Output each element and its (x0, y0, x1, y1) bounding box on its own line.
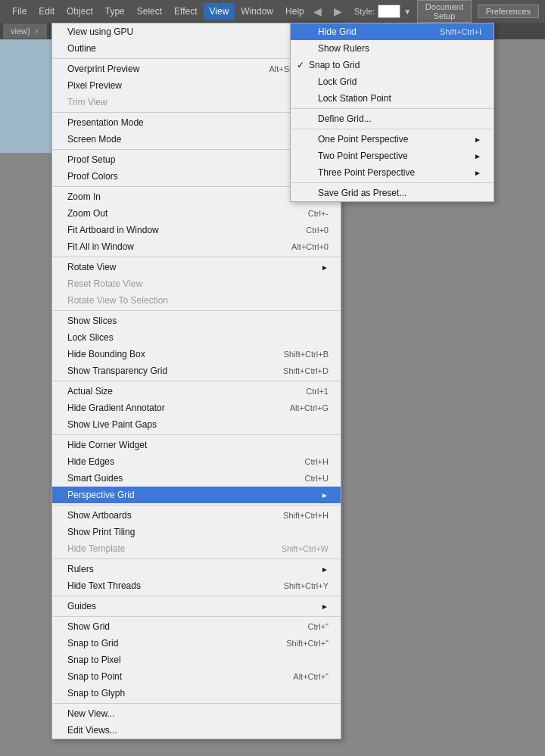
divider-10 (52, 558, 341, 559)
menu-effect[interactable]: Effect (168, 3, 203, 20)
menu-hide-gradient-annotator[interactable]: Hide Gradient Annotator Alt+Ctrl+G (52, 400, 341, 416)
menu-rotate-to-selection: Rotate View To Selection (52, 292, 341, 309)
menu-show-transparency-grid[interactable]: Show Transparency Grid Shift+Ctrl+D (52, 362, 341, 379)
three-point-arrow: ► (474, 169, 481, 177)
menu-rulers[interactable]: Rulers ► (52, 561, 341, 577)
divider-11 (52, 596, 341, 596)
menu-select[interactable]: Select (131, 3, 168, 20)
preferences-button[interactable]: Preferences (478, 5, 539, 18)
submenu-divider-1 (291, 108, 494, 109)
save-preset-check (306, 188, 315, 198)
menu-snap-to-point[interactable]: Snap to Point Alt+Ctrl+" (52, 668, 341, 685)
menu-snap-to-grid[interactable]: Snap to Grid Shift+Ctrl+" (52, 635, 341, 652)
submenu-lock-station-point[interactable]: Lock Station Point (291, 90, 494, 107)
guides-arrow: ► (321, 602, 329, 611)
menu-edit[interactable]: Edit (33, 3, 61, 20)
menu-hide-text-threads[interactable]: Hide Text Threads Shift+Ctrl+Y (52, 577, 341, 594)
menu-hide-bounding-box[interactable]: Hide Bounding Box Shift+Ctrl+B (52, 346, 341, 362)
hide-grid-check (306, 26, 315, 37)
menu-view[interactable]: View (204, 3, 235, 20)
lock-station-check (306, 93, 315, 104)
divider-12 (52, 616, 341, 617)
submenu-three-point-perspective[interactable]: Three Point Perspective ► (291, 164, 494, 181)
two-point-arrow: ► (474, 152, 481, 160)
snap-to-grid-check: ✓ (297, 60, 306, 70)
menu-hide-template: Hide Template Shift+Ctrl+W (52, 540, 341, 557)
two-point-check (306, 151, 315, 161)
submenu-snap-to-grid[interactable]: ✓ Snap to Grid (291, 57, 494, 73)
divider-5 (52, 257, 341, 257)
menu-fit-all[interactable]: Fit All in Window Alt+Ctrl+0 (52, 238, 341, 255)
one-point-arrow: ► (474, 135, 481, 144)
submenu-lock-grid[interactable]: Lock Grid (291, 73, 494, 90)
rulers-arrow: ► (321, 565, 329, 574)
lock-grid-check (306, 76, 315, 87)
tab-label: view) (11, 26, 30, 36)
submenu-define-grid[interactable]: Define Grid... (291, 110, 494, 127)
submenu-divider-2 (291, 129, 494, 129)
style-dropdown[interactable]: ▼ (403, 8, 411, 16)
style-box (378, 5, 400, 18)
submenu-divider-3 (291, 182, 494, 183)
menu-actual-size[interactable]: Actual Size Ctrl+1 (52, 383, 341, 400)
document-setup-button[interactable]: Document Setup (417, 0, 472, 23)
style-label: Style: (354, 7, 375, 16)
menu-bar: File Edit Object Type Select Effect View… (6, 3, 310, 20)
menu-show-slices[interactable]: Show Slices (52, 313, 341, 329)
menu-help[interactable]: Help (279, 3, 310, 20)
nav-right-arrow[interactable]: ▶ (334, 5, 342, 17)
perspective-grid-arrow: ► (321, 491, 329, 499)
menu-hide-corner-widget[interactable]: Hide Corner Widget (52, 437, 341, 453)
menu-file[interactable]: File (6, 3, 33, 20)
divider-6 (52, 310, 341, 311)
menu-edit-views[interactable]: Edit Views... (52, 722, 341, 739)
submenu-one-point-perspective[interactable]: One Point Perspective ► (291, 131, 494, 148)
menu-show-artboards[interactable]: Show Artboards Shift+Ctrl+H (52, 507, 341, 524)
menu-show-grid[interactable]: Show Grid Ctrl+" (52, 618, 341, 635)
menu-new-view[interactable]: New View... (52, 705, 341, 722)
nav-left-arrow[interactable]: ◀ (313, 5, 322, 17)
submenu-show-rulers[interactable]: Show Rulers (291, 40, 494, 57)
menu-window[interactable]: Window (235, 3, 279, 20)
toolbar-right: ◀ ▶ Style: ▼ Document Setup Preferences (313, 0, 539, 23)
menu-perspective-grid[interactable]: Perspective Grid ► (52, 487, 341, 503)
menu-reset-rotate: Reset Rotate View (52, 275, 341, 292)
menu-fit-artboard[interactable]: Fit Artboard in Window Ctrl+0 (52, 222, 341, 238)
submenu-save-grid-preset[interactable]: Save Grid as Preset... (291, 185, 494, 201)
three-point-check (306, 167, 315, 178)
menu-show-live-paint-gaps[interactable]: Show Live Paint Gaps (52, 416, 341, 433)
divider-9 (52, 505, 341, 506)
menu-guides[interactable]: Guides ► (52, 598, 341, 614)
menu-zoom-out[interactable]: Zoom Out Ctrl+- (52, 205, 341, 222)
menu-object[interactable]: Object (61, 3, 99, 20)
menu-type[interactable]: Type (99, 3, 131, 20)
menu-snap-to-pixel[interactable]: Snap to Pixel (52, 652, 341, 668)
show-rulers-check (306, 43, 315, 54)
divider-8 (52, 434, 341, 435)
perspective-grid-submenu: Hide Grid Shift+Ctrl+I Show Rulers ✓ Sna… (290, 23, 494, 202)
main-toolbar: File Edit Object Type Select Effect View… (0, 0, 545, 23)
menu-rotate-view[interactable]: Rotate View ► (52, 259, 341, 275)
menu-lock-slices[interactable]: Lock Slices (52, 329, 341, 346)
divider-13 (52, 703, 341, 704)
menu-smart-guides[interactable]: Smart Guides Ctrl+U (52, 470, 341, 487)
menu-show-print-tiling[interactable]: Show Print Tiling (52, 524, 341, 540)
menu-hide-edges[interactable]: Hide Edges Ctrl+H (52, 453, 341, 470)
one-point-check (306, 134, 315, 145)
rotate-view-arrow: ► (321, 263, 329, 272)
submenu-hide-grid[interactable]: Hide Grid Shift+Ctrl+I (291, 23, 494, 40)
divider-7 (52, 381, 341, 381)
tab-close-button[interactable]: × (35, 27, 39, 36)
submenu-two-point-perspective[interactable]: Two Point Perspective ► (291, 148, 494, 164)
style-area: Style: ▼ (354, 5, 411, 18)
tab-view[interactable]: view) × (3, 23, 47, 39)
menu-snap-to-glyph[interactable]: Snap to Glyph (52, 685, 341, 702)
define-grid-check (306, 114, 315, 124)
